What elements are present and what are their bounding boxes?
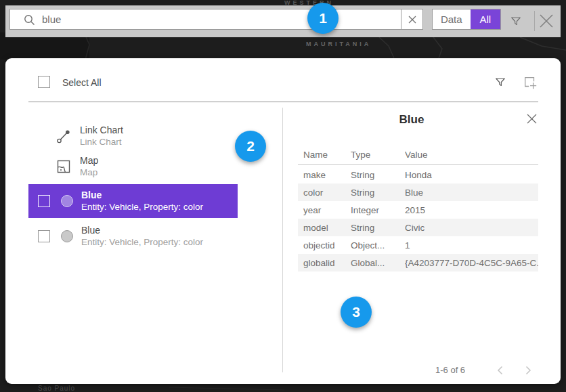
header-divider	[28, 102, 538, 102]
entity-dot-icon	[61, 230, 73, 242]
cell-value: Civic	[405, 223, 538, 233]
toolbar-close-button[interactable]	[538, 12, 555, 30]
cell-type: Global...	[351, 258, 405, 268]
select-all-checkbox[interactable]	[38, 76, 50, 88]
table-header-row: Name Type Value	[298, 146, 538, 162]
map-icon	[56, 158, 72, 175]
panel-divider	[282, 108, 283, 372]
map-label-city: Sao Paulo	[38, 385, 75, 392]
previous-page-button[interactable]	[493, 364, 506, 376]
result-item-blue[interactable]: Blue Entity: Vehicle, Property: color	[28, 221, 203, 251]
map-label-mauritania: MAURITANIA	[306, 41, 371, 47]
result-subtitle: Entity: Vehicle, Property: color	[81, 236, 203, 248]
scope-toggle: Data All	[432, 9, 501, 30]
table-header-divider	[298, 164, 538, 165]
detail-close-button[interactable]	[526, 113, 540, 127]
toolbar-filter-button[interactable]	[508, 12, 523, 30]
table-row: objectid Object... 1	[298, 236, 538, 254]
pagination-range: 1-6 of 6	[435, 365, 465, 375]
cell-type: String	[351, 223, 405, 233]
scope-option-data[interactable]: Data	[433, 9, 471, 29]
close-icon	[526, 113, 538, 125]
square-plus-icon	[523, 75, 538, 90]
cell-value: {A4203777-D70D-4C5C-9A65-C...	[405, 258, 538, 268]
table-row: model String Civic	[298, 219, 538, 236]
cell-name: color	[298, 188, 351, 198]
add-to-selection-button[interactable]	[523, 75, 538, 90]
chevron-left-icon	[497, 366, 503, 375]
result-subtitle: Link Chart	[80, 136, 123, 148]
next-page-button[interactable]	[521, 364, 535, 376]
toolbar-divider	[534, 11, 535, 31]
clear-search-button[interactable]	[401, 9, 422, 29]
step-callout-2: 2	[235, 131, 266, 162]
search-field	[10, 9, 401, 29]
cell-type: Integer	[351, 205, 405, 215]
funnel-icon	[494, 75, 507, 89]
table-row: year Integer 2015	[298, 201, 538, 219]
entity-dot-icon	[61, 195, 73, 207]
results-filter-button[interactable]	[494, 75, 507, 89]
result-title: Blue	[81, 224, 203, 236]
cell-name: year	[298, 205, 351, 215]
result-checkbox[interactable]	[38, 195, 50, 207]
pagination: 1-6 of 6	[283, 363, 540, 378]
result-item-link-chart[interactable]: Link Chart Link Chart	[28, 122, 123, 150]
column-header: Type	[351, 150, 405, 160]
result-title: Link Chart	[80, 124, 123, 136]
result-title: Map	[80, 154, 98, 167]
cell-name: objectid	[298, 240, 351, 251]
search-box	[9, 9, 423, 30]
cell-type: Object...	[351, 240, 405, 251]
clear-x-icon	[408, 16, 416, 24]
search-icon	[23, 14, 36, 26]
result-subtitle: Map	[80, 167, 98, 179]
select-all-label: Select All	[62, 77, 102, 88]
result-checkbox[interactable]	[38, 230, 50, 242]
link-chart-icon	[56, 128, 72, 144]
cell-name: globalid	[298, 258, 351, 268]
funnel-icon	[509, 14, 523, 28]
chevron-right-icon	[525, 366, 531, 375]
cell-type: String	[351, 188, 405, 198]
attributes-table: Name Type Value make String Honda color …	[298, 146, 538, 271]
column-header: Name	[298, 150, 351, 160]
step-callout-1: 1	[307, 3, 339, 34]
search-results-dialog: Select All Link Chart Link Chart Map Map	[5, 58, 561, 384]
result-item-map[interactable]: Map Map	[28, 152, 98, 181]
result-title: Blue	[81, 189, 203, 201]
detail-title: Blue	[283, 113, 540, 127]
search-input[interactable]	[10, 9, 401, 29]
result-item-blue-selected[interactable]: Blue Entity: Vehicle, Property: color	[28, 184, 238, 218]
scope-option-all[interactable]: All	[471, 9, 500, 29]
cell-value: Blue	[405, 188, 538, 198]
table-row: color String Blue	[298, 183, 538, 201]
column-header: Value	[405, 150, 538, 160]
search-toolbar: Data All	[5, 5, 561, 37]
cell-name: model	[298, 223, 351, 233]
table-row: globalid Global... {A4203777-D70D-4C5C-9…	[298, 254, 538, 271]
cell-value: 2015	[405, 205, 538, 215]
cell-value: Honda	[405, 170, 538, 180]
table-row: make String Honda	[298, 166, 538, 183]
cell-name: make	[298, 170, 351, 180]
result-subtitle: Entity: Vehicle, Property: color	[81, 201, 203, 213]
dialog-header: Select All	[5, 58, 561, 102]
cell-type: String	[351, 170, 405, 180]
cell-value: 1	[405, 240, 538, 251]
close-icon	[538, 13, 554, 29]
step-callout-3: 3	[341, 297, 372, 328]
